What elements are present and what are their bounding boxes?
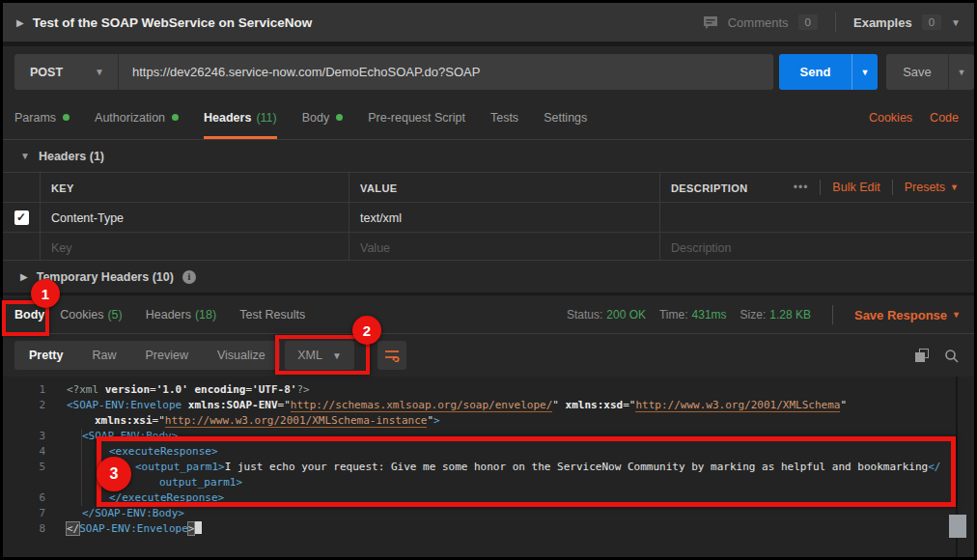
- collapse-arrow-icon[interactable]: ▶: [16, 17, 24, 28]
- code-row: 7</SOAP-ENV:Body>: [3, 506, 974, 521]
- cookies-link[interactable]: Cookies: [869, 111, 912, 125]
- divider: [832, 305, 833, 324]
- request-title: Test of the SOAP WebService on ServiceNo…: [33, 15, 313, 30]
- response-meta-size: Size:1.28 KB: [740, 308, 811, 322]
- divider: [835, 13, 836, 32]
- send-options-caret[interactable]: ▼: [852, 54, 878, 90]
- request-tab-tests[interactable]: Tests: [490, 97, 518, 139]
- value-input-placeholder[interactable]: Value: [360, 241, 390, 255]
- url-input[interactable]: https://dev26246.service-now.com/DemoEch…: [119, 65, 773, 79]
- status-dot-icon: [63, 114, 70, 121]
- description-column-header: DESCRIPTION: [671, 182, 748, 194]
- description-input-placeholder[interactable]: Description: [671, 241, 732, 255]
- table-row: ✓ Content-Type text/xml: [3, 202, 974, 232]
- save-button[interactable]: Save: [886, 54, 949, 90]
- response-tab-body[interactable]: Body: [14, 308, 44, 322]
- view-mode-visualize[interactable]: Visualize: [203, 341, 280, 370]
- response-tabs-row: BodyCookies(5)Headers(18)Test Results St…: [3, 295, 974, 334]
- indent-guide: [81, 429, 82, 506]
- request-tab-params[interactable]: Params: [14, 97, 70, 139]
- code-row: 5<output_parm1>I just echo your request:…: [3, 460, 974, 475]
- format-caret-icon: ▼: [332, 350, 342, 361]
- row-checkbox[interactable]: ✓: [14, 210, 29, 225]
- more-options-icon[interactable]: •••: [794, 181, 809, 194]
- bulk-edit-link[interactable]: Bulk Edit: [832, 181, 879, 194]
- table-header-row: KEY VALUE DESCRIPTION ••• Bulk Edit Pres…: [3, 173, 974, 202]
- collapse-caret-icon: ▼: [20, 151, 30, 161]
- key-column-header: KEY: [51, 182, 74, 194]
- presets-dropdown[interactable]: Presets ▼: [905, 181, 959, 194]
- code-row: 8</SOAP-ENV:Envelope>: [3, 521, 974, 537]
- code-row: 1<?xml version='1.0' encoding='UTF-8'?>: [3, 382, 974, 398]
- response-meta-time: Time:431ms: [659, 308, 727, 322]
- request-tabs: ParamsAuthorizationHeaders(11)BodyPre-re…: [14, 97, 587, 139]
- send-button[interactable]: Send: [779, 54, 852, 90]
- examples-label[interactable]: Examples: [853, 15, 912, 30]
- method-caret-icon: ▼: [95, 67, 104, 77]
- request-tab-headers[interactable]: Headers(11): [204, 97, 277, 139]
- request-tab-pre-request-script[interactable]: Pre-request Script: [368, 97, 465, 139]
- code-row: 3<SOAP-ENV:Body>: [3, 429, 974, 444]
- view-mode-preview[interactable]: Preview: [130, 341, 202, 370]
- request-titlebar: ▶ Test of the SOAP WebService on Service…: [3, 3, 974, 42]
- key-input-placeholder[interactable]: Key: [51, 241, 72, 255]
- headers-table: KEY VALUE DESCRIPTION ••• Bulk Edit Pres…: [3, 172, 974, 261]
- request-tab-body[interactable]: Body: [302, 97, 344, 139]
- header-value-cell[interactable]: text/xml: [360, 211, 402, 225]
- save-response-caret-icon: ▼: [952, 310, 961, 320]
- scrollbar-thumb[interactable]: [949, 515, 966, 538]
- examples-count-badge: 0: [922, 14, 941, 30]
- response-tab-test-results[interactable]: Test Results: [239, 308, 305, 322]
- view-mode-pretty[interactable]: Pretty: [14, 341, 77, 370]
- examples-caret-icon[interactable]: ▼: [951, 17, 961, 28]
- value-column-header: VALUE: [360, 182, 397, 194]
- status-dot-icon: [336, 114, 343, 121]
- app-surface: ▶ Test of the SOAP WebService on Service…: [3, 3, 974, 557]
- comments-count-badge: 0: [798, 14, 818, 30]
- headers-section-header[interactable]: ▼ Headers (1): [3, 140, 974, 172]
- save-options-caret[interactable]: ▼: [949, 54, 974, 90]
- indent-guide: [98, 462, 98, 493]
- method-label: POST: [30, 66, 63, 79]
- view-mode-raw[interactable]: Raw: [77, 341, 130, 370]
- view-mode-control: PrettyRawPreviewVisualize: [14, 341, 280, 370]
- temporary-headers-header[interactable]: ▶ Temporary Headers (10) i: [3, 261, 974, 293]
- request-tab-authorization[interactable]: Authorization: [95, 97, 179, 139]
- request-bar: POST ▼ https://dev26246.service-now.com/…: [3, 46, 974, 97]
- headers-section-title: Headers (1): [39, 150, 104, 163]
- format-dropdown[interactable]: XML ▼: [285, 341, 354, 370]
- response-tab-cookies[interactable]: Cookies(5): [60, 308, 122, 322]
- code-row: 2<SOAP-ENV:Envelope xmlns:SOAP-ENV="http…: [3, 398, 974, 413]
- save-response-button[interactable]: Save Response ▼: [854, 308, 961, 322]
- code-lines: 1<?xml version='1.0' encoding='UTF-8'?>2…: [3, 382, 974, 537]
- collapse-arrow-icon: ▶: [20, 271, 28, 282]
- response-body-editor[interactable]: 1<?xml version='1.0' encoding='UTF-8'?>2…: [3, 377, 974, 557]
- wrap-lines-button[interactable]: [377, 341, 406, 370]
- send-button-group: Send ▼: [779, 54, 878, 90]
- status-dot-icon: [172, 114, 179, 121]
- comments-label[interactable]: Comments: [728, 15, 789, 30]
- code-row: xmlns:xsi="http://www.w3.org/2001/XMLSch…: [3, 413, 974, 429]
- response-viewer-toolbar: PrettyRawPreviewVisualize XML ▼: [3, 334, 974, 377]
- response-meta-status: Status:200 OK: [567, 308, 646, 322]
- presets-caret-icon: ▼: [950, 182, 959, 192]
- request-tab-settings[interactable]: Settings: [544, 97, 587, 139]
- info-icon: i: [182, 270, 196, 284]
- response-tab-headers[interactable]: Headers(18): [146, 308, 216, 322]
- code-row: output_parm1>: [3, 475, 974, 490]
- header-key-cell[interactable]: Content-Type: [51, 211, 124, 225]
- code-link[interactable]: Code: [930, 111, 959, 125]
- search-icon[interactable]: [944, 349, 959, 363]
- copy-icon[interactable]: [915, 349, 929, 362]
- method-selector[interactable]: POST ▼: [14, 54, 119, 90]
- table-row-empty: Key Value Description: [3, 232, 974, 262]
- wrap-lines-icon: [384, 349, 400, 362]
- response-meta: Status:200 OKTime:431msSize:1.28 KB Save…: [567, 295, 961, 334]
- save-response-label: Save Response: [854, 308, 947, 322]
- text-cursor: [195, 521, 202, 534]
- format-label: XML: [297, 349, 322, 362]
- temporary-headers-title: Temporary Headers (10): [37, 270, 174, 284]
- presets-label: Presets: [905, 181, 945, 194]
- url-control: POST ▼ https://dev26246.service-now.com/…: [14, 54, 773, 90]
- divider: [892, 180, 893, 195]
